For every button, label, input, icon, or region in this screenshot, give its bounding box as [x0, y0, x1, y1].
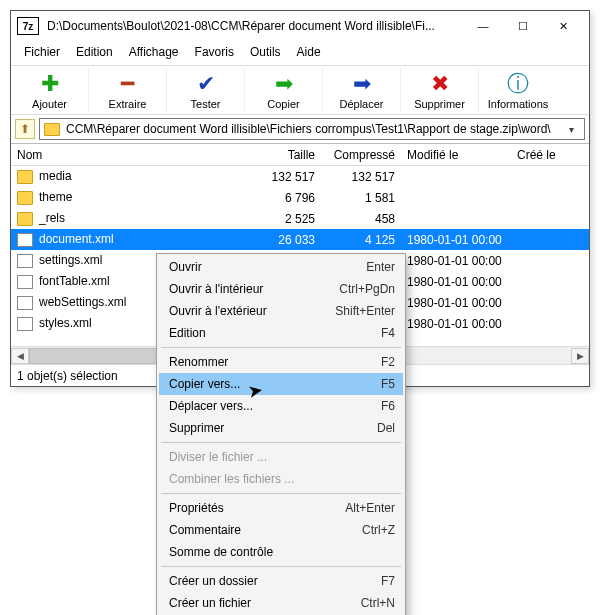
menu-shortcut: F6	[381, 399, 395, 413]
menu-edition[interactable]: Edition	[69, 43, 120, 61]
file-modified: 1980-01-01 00:00	[401, 317, 511, 331]
toolbar-label: Tester	[191, 98, 221, 110]
menu-separator	[161, 347, 401, 348]
menu-item[interactable]: Créer un fichierCtrl+N	[159, 592, 403, 614]
file-size: 132 517	[241, 170, 321, 184]
col-modified[interactable]: Modifié le	[401, 148, 511, 162]
menu-separator	[161, 493, 401, 494]
menu-item[interactable]: Copier vers...F5	[159, 373, 403, 395]
menu-fichier[interactable]: Fichier	[17, 43, 67, 61]
folder-icon	[44, 123, 60, 136]
col-size[interactable]: Taille	[241, 148, 321, 162]
file-size: 6 796	[241, 191, 321, 205]
address-input[interactable]: CCM\Réparer document Word illisible\Fich…	[39, 118, 585, 140]
menu-affichage[interactable]: Affichage	[122, 43, 186, 61]
menubar: FichierEditionAffichageFavorisOutilsAide	[11, 41, 589, 65]
table-row[interactable]: theme6 7961 581	[11, 187, 589, 208]
menu-shortcut: F5	[381, 377, 395, 391]
menu-item[interactable]: Ouvrir à l'extérieurShift+Enter	[159, 300, 403, 322]
menu-item[interactable]: Déplacer vers...F6	[159, 395, 403, 417]
menu-separator	[161, 566, 401, 567]
titlebar: 7z D:\Documents\Boulot\2021-08\CCM\Répar…	[11, 11, 589, 41]
address-bar: ⬆ CCM\Réparer document Word illisible\Fi…	[11, 115, 589, 143]
file-size: 2 525	[241, 212, 321, 226]
file-modified: 1980-01-01 00:00	[401, 233, 511, 247]
file-modified: 1980-01-01 00:00	[401, 275, 511, 289]
scroll-left-icon[interactable]: ◀	[11, 348, 29, 364]
col-name[interactable]: Nom	[11, 148, 241, 162]
menu-item[interactable]: Créer un dossierF7	[159, 570, 403, 592]
menu-shortcut: Enter	[366, 260, 395, 274]
menu-item[interactable]: PropriétésAlt+Enter	[159, 497, 403, 519]
menu-item[interactable]: Somme de contrôle	[159, 541, 403, 563]
menu-favoris[interactable]: Favoris	[188, 43, 241, 61]
toolbar-ajouter[interactable]: ✚Ajouter	[11, 68, 89, 112]
menu-item[interactable]: CommentaireCtrl+Z	[159, 519, 403, 541]
app-icon: 7z	[17, 17, 39, 35]
menu-label: Renommer	[169, 355, 381, 369]
toolbar-copier[interactable]: ➡Copier	[245, 68, 323, 112]
menu-label: Créer un dossier	[169, 574, 381, 588]
file-icon	[17, 317, 33, 331]
file-compressed: 1 581	[321, 191, 401, 205]
maximize-button[interactable]: ☐	[503, 12, 543, 40]
menu-item[interactable]: Ouvrir à l'intérieurCtrl+PgDn	[159, 278, 403, 300]
minimize-button[interactable]: ―	[463, 12, 503, 40]
file-modified: 1980-01-01 00:00	[401, 296, 511, 310]
toolbar-informations[interactable]: ⓘInformations	[479, 68, 557, 112]
close-button[interactable]: ✕	[543, 12, 583, 40]
table-row[interactable]: _rels2 525458	[11, 208, 589, 229]
menu-aide[interactable]: Aide	[290, 43, 328, 61]
menu-shortcut: Del	[377, 421, 395, 435]
menu-item[interactable]: RenommerF2	[159, 351, 403, 373]
folder-icon	[17, 191, 33, 205]
menu-shortcut: F7	[381, 574, 395, 588]
col-created[interactable]: Créé le	[511, 148, 571, 162]
menu-label: Commentaire	[169, 523, 362, 537]
menu-label: Ouvrir à l'extérieur	[169, 304, 335, 318]
file-name: document.xml	[39, 232, 118, 246]
menu-shortcut: Alt+Enter	[345, 501, 395, 515]
toolbar-label: Informations	[488, 98, 549, 110]
extraire-icon: ━	[121, 71, 134, 97]
scroll-right-icon[interactable]: ▶	[571, 348, 589, 364]
file-name: settings.xml	[39, 253, 102, 267]
col-compressed[interactable]: Compressé	[321, 148, 401, 162]
file-icon	[17, 275, 33, 289]
menu-separator	[161, 442, 401, 443]
menu-item[interactable]: EditionF4	[159, 322, 403, 344]
file-modified: 1980-01-01 00:00	[401, 254, 511, 268]
copier-icon: ➡	[275, 71, 293, 97]
menu-item[interactable]: OuvrirEnter	[159, 256, 403, 278]
menu-item: Combiner les fichiers ...	[159, 468, 403, 490]
file-icon	[17, 296, 33, 310]
menu-label: Supprimer	[169, 421, 377, 435]
file-compressed: 4 125	[321, 233, 401, 247]
ajouter-icon: ✚	[41, 71, 59, 97]
toolbar-déplacer[interactable]: ➡Déplacer	[323, 68, 401, 112]
table-row[interactable]: media132 517132 517	[11, 166, 589, 187]
file-icon	[17, 233, 33, 247]
menu-item[interactable]: SupprimerDel	[159, 417, 403, 439]
menu-outils[interactable]: Outils	[243, 43, 288, 61]
toolbar-supprimer[interactable]: ✖Supprimer	[401, 68, 479, 112]
menu-shortcut: Ctrl+Z	[362, 523, 395, 537]
folder-icon	[17, 212, 33, 226]
menu-label: Somme de contrôle	[169, 545, 395, 559]
file-name: media	[39, 169, 72, 183]
menu-label: Ouvrir à l'intérieur	[169, 282, 339, 296]
column-headers: Nom Taille Compressé Modifié le Créé le	[11, 144, 589, 166]
file-name: _rels	[39, 211, 65, 225]
toolbar-label: Copier	[267, 98, 299, 110]
up-icon[interactable]: ⬆	[15, 119, 35, 139]
file-name: theme	[39, 190, 72, 204]
toolbar-tester[interactable]: ✔Tester	[167, 68, 245, 112]
toolbar-extraire[interactable]: ━Extraire	[89, 68, 167, 112]
menu-label: Copier vers...	[169, 377, 381, 391]
status-selection: 1 objet(s) sélection	[17, 369, 118, 383]
table-row[interactable]: document.xml26 0334 1251980-01-01 00:00	[11, 229, 589, 250]
menu-label: Déplacer vers...	[169, 399, 381, 413]
chevron-down-icon[interactable]: ▾	[562, 124, 580, 135]
informations-icon: ⓘ	[507, 71, 529, 97]
menu-shortcut: Ctrl+N	[361, 596, 395, 610]
